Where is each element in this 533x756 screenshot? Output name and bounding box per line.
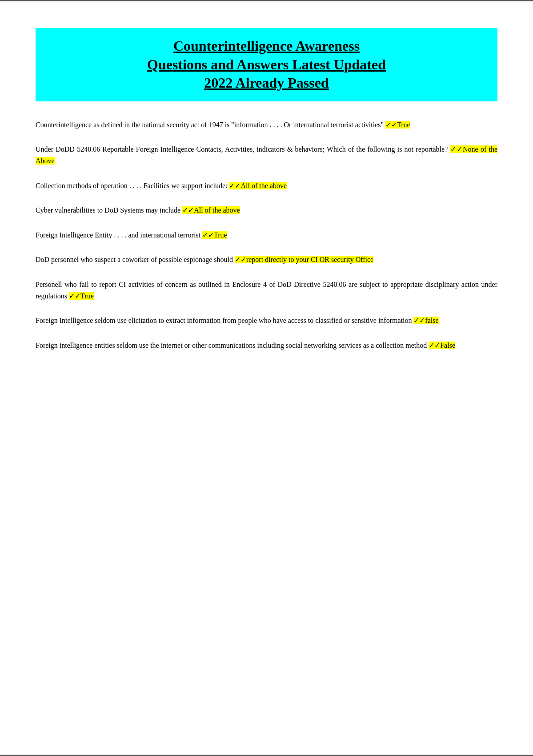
content-area: Counterintelligence Awareness Questions … <box>0 1 533 391</box>
question-3: Collection methods of operation . . . . … <box>36 182 229 189</box>
answer-4: ✓✓All of the above <box>182 206 240 214</box>
answer-7: ✓✓True <box>69 292 94 300</box>
qa-item-2: Under DoDD 5240.06 Reportable Foreign In… <box>36 144 497 166</box>
qa-text-1: Counterintelligence as defined in the na… <box>36 119 497 131</box>
question-2: Under DoDD 5240.06 Reportable Foreign In… <box>36 145 450 153</box>
qa-item-8: Foreign Intelligence seldom use elicitat… <box>36 315 497 326</box>
answer-3: ✓✓All of the above <box>229 182 287 189</box>
title-block: Counterintelligence Awareness Questions … <box>36 28 497 101</box>
qa-item-5: Foreign Intelligence Entity . . . . and … <box>36 229 497 241</box>
page-container: Counterintelligence Awareness Questions … <box>0 0 533 756</box>
question-9: Foreign intelligence entities seldom use… <box>36 342 429 349</box>
qa-text-8: Foreign Intelligence seldom use elicitat… <box>36 315 497 326</box>
answer-8: ✓✓false <box>413 317 438 324</box>
answer-9: ✓✓False <box>429 342 455 349</box>
answer-5: ✓✓True <box>202 231 227 239</box>
question-8: Foreign Intelligence seldom use elicitat… <box>36 317 413 324</box>
qa-text-9: Foreign intelligence entities seldom use… <box>36 340 497 351</box>
qa-text-6: DoD personnel who suspect a coworker of … <box>36 254 497 265</box>
qa-item-7: Personell who fail to report CI activiti… <box>36 279 497 302</box>
qa-item-3: Collection methods of operation . . . . … <box>36 180 497 192</box>
question-1: Counterintelligence as defined in the na… <box>36 121 385 129</box>
qa-text-5: Foreign Intelligence Entity . . . . and … <box>36 229 497 241</box>
qa-text-7: Personell who fail to report CI activiti… <box>36 279 497 302</box>
page-title: Counterintelligence Awareness Questions … <box>49 37 484 92</box>
answer-6: ✓✓report directly to your CI OR security… <box>235 256 373 263</box>
qa-item-1: Counterintelligence as defined in the na… <box>36 119 497 131</box>
qa-item-9: Foreign intelligence entities seldom use… <box>36 340 497 351</box>
question-7: Personell who fail to report CI activiti… <box>36 281 497 300</box>
question-6: DoD personnel who suspect a coworker of … <box>36 256 235 263</box>
qa-text-2: Under DoDD 5240.06 Reportable Foreign In… <box>36 144 497 166</box>
qa-text-4: Cyber vulnerabilities to DoD Systems may… <box>36 205 497 216</box>
answer-1: ✓✓True <box>385 121 410 129</box>
qa-item-6: DoD personnel who suspect a coworker of … <box>36 254 497 265</box>
question-5: Foreign Intelligence Entity . . . . and … <box>36 231 202 239</box>
qa-item-4: Cyber vulnerabilities to DoD Systems may… <box>36 205 497 216</box>
qa-text-3: Collection methods of operation . . . . … <box>36 180 497 192</box>
question-4: Cyber vulnerabilities to DoD Systems may… <box>36 206 182 214</box>
